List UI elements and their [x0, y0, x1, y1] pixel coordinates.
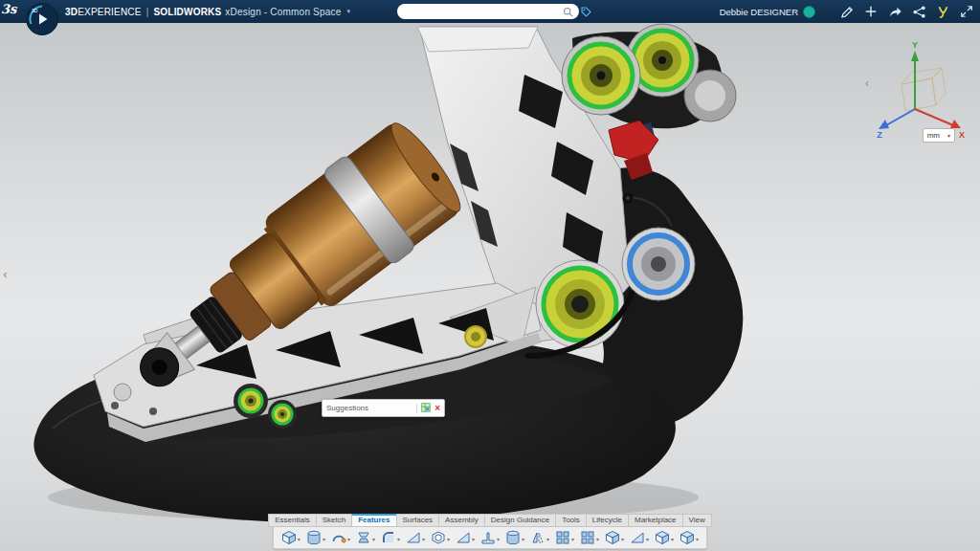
- swym-community-icon[interactable]: [935, 4, 950, 19]
- suggestions-icon[interactable]: [421, 403, 431, 414]
- tag-icon[interactable]: [578, 4, 593, 19]
- chevron-down-icon[interactable]: ▾: [422, 536, 425, 545]
- svg-text:3D: 3D: [32, 8, 38, 13]
- prosthetic-foot-model[interactable]: [0, 23, 980, 551]
- search-icon[interactable]: [563, 7, 573, 17]
- chevron-down-icon[interactable]: ▾: [298, 536, 301, 545]
- chevron-down-icon[interactable]: ▾: [546, 536, 549, 545]
- axis-x-label: X: [959, 130, 965, 140]
- tab-design-guidance[interactable]: Design Guidance: [484, 514, 555, 527]
- tool-delete-face[interactable]: ▾: [678, 529, 701, 546]
- units-value: mm: [927, 131, 940, 140]
- chevron-down-icon[interactable]: ▾: [596, 536, 599, 545]
- tool-move-face[interactable]: ▾: [653, 529, 676, 546]
- brand-bold: 3D: [65, 7, 78, 17]
- chevron-down-icon[interactable]: ▾: [447, 536, 450, 545]
- chevron-down-icon[interactable]: ▾: [621, 536, 624, 545]
- tool-loft[interactable]: ▾: [354, 529, 377, 546]
- suggestions-popup[interactable]: Suggestions ×: [322, 399, 445, 417]
- pulley-top-left[interactable]: [562, 36, 640, 115]
- chamfer-icon: [406, 530, 421, 545]
- hole-icon: [505, 530, 521, 545]
- panel-collapse-chevron[interactable]: ‹: [0, 264, 11, 283]
- title-separator: |: [146, 7, 149, 17]
- user-area[interactable]: Debbie DESIGNER: [720, 0, 815, 23]
- workspace-name[interactable]: xDesign - Common Space: [225, 7, 341, 17]
- tool-extrude[interactable]: ▾: [279, 529, 302, 546]
- tab-features[interactable]: Features: [351, 514, 395, 527]
- search-bar[interactable]: [397, 4, 579, 19]
- tab-assembly[interactable]: Assembly: [438, 514, 484, 527]
- workspace-chevron-icon[interactable]: ▾: [346, 8, 350, 15]
- units-dropdown[interactable]: mm ▾: [923, 128, 955, 143]
- tool-fillet[interactable]: ▾: [379, 529, 402, 546]
- tab-tools[interactable]: Tools: [555, 514, 586, 527]
- tool-draft[interactable]: ▾: [454, 529, 477, 546]
- chevron-down-icon[interactable]: ▾: [472, 536, 475, 545]
- chevron-down-icon[interactable]: ▾: [397, 536, 400, 545]
- divider: [416, 404, 417, 413]
- tool-mirror[interactable]: ▾: [528, 529, 551, 546]
- chevron-down-icon[interactable]: ▾: [571, 536, 574, 545]
- tab-lifecycle[interactable]: Lifecycle: [586, 514, 628, 527]
- tool-linear-pattern[interactable]: ▾: [553, 529, 576, 546]
- ghost-box: [902, 68, 946, 111]
- chevron-down-icon[interactable]: ▾: [372, 536, 375, 545]
- fastener-highlight-yellow[interactable]: [465, 326, 486, 347]
- ribbon-toolbar: ▾▾▾▾▾▾▾▾▾▾▾▾▾▾▾▾▾: [273, 526, 707, 549]
- bolt-green-2[interactable]: [268, 400, 297, 429]
- bolt-green-1[interactable]: [234, 384, 268, 418]
- tool-sweep[interactable]: ▾: [329, 529, 352, 546]
- fullscreen-icon[interactable]: [959, 4, 974, 19]
- chevron-down-icon[interactable]: ▾: [522, 536, 524, 545]
- sweep-icon: [331, 530, 346, 545]
- viewport-3d[interactable]: ‹ Y X Z ‹ mm ▾ Suggestions: [0, 23, 980, 551]
- dassault-3ds-logo: 3s: [1, 2, 22, 21]
- tab-essentials[interactable]: Essentials: [268, 514, 315, 527]
- product-name: SOLIDWORKS: [153, 7, 221, 17]
- tool-circular-pattern[interactable]: ▾: [578, 529, 601, 546]
- suggestions-close-button[interactable]: ×: [434, 404, 440, 413]
- compass-logo[interactable]: 3D: [25, 2, 59, 36]
- add-icon[interactable]: [863, 4, 879, 19]
- draft-icon: [456, 530, 471, 545]
- bearing-green[interactable]: [536, 260, 624, 348]
- tool-rib[interactable]: ▾: [479, 529, 501, 546]
- chevron-down-icon[interactable]: ▾: [646, 536, 649, 545]
- tool-combine[interactable]: ▾: [603, 529, 626, 546]
- pen-message-icon[interactable]: [839, 4, 855, 19]
- chevron-down-icon[interactable]: ▾: [671, 536, 674, 545]
- axis-y-label: Y: [912, 40, 918, 50]
- tab-sketch[interactable]: Sketch: [316, 514, 351, 527]
- linear-pattern-icon: [555, 530, 570, 545]
- tool-chamfer[interactable]: ▾: [404, 529, 427, 546]
- user-name[interactable]: Debbie DESIGNER: [720, 7, 798, 17]
- tab-surfaces[interactable]: Surfaces: [396, 514, 439, 527]
- bearing-blue[interactable]: [622, 228, 695, 300]
- chevron-down-icon[interactable]: ▾: [347, 536, 350, 545]
- ribbon-tabs: EssentialsSketchFeaturesSurfacesAssembly…: [268, 514, 712, 527]
- rib-icon: [480, 530, 496, 545]
- chevron-down-icon[interactable]: ▾: [323, 536, 325, 545]
- chevron-down-icon[interactable]: ▾: [497, 536, 500, 545]
- circular-pattern-icon: [580, 530, 595, 545]
- tab-view[interactable]: View: [682, 514, 712, 527]
- axis-z-label: Z: [877, 130, 882, 140]
- split-icon: [630, 530, 645, 545]
- rotate-view-left-chevron[interactable]: ‹: [865, 77, 869, 90]
- tool-split[interactable]: ▾: [628, 529, 651, 546]
- extrude-icon: [281, 530, 297, 545]
- app-title: 3DEXPERIENCE | SOLIDWORKS xDesign - Comm…: [65, 0, 350, 23]
- share-network-icon[interactable]: [911, 4, 926, 19]
- revolve-icon: [306, 530, 322, 545]
- tab-marketplace[interactable]: Marketplace: [628, 514, 682, 527]
- tool-revolve[interactable]: ▾: [304, 529, 327, 546]
- user-status-badge: [803, 6, 815, 18]
- search-input[interactable]: [403, 6, 559, 17]
- tool-shell[interactable]: ▾: [429, 529, 452, 546]
- chevron-down-icon[interactable]: ▾: [696, 536, 699, 545]
- topbar-icons: [839, 0, 974, 23]
- share-arrow-icon[interactable]: [887, 4, 902, 19]
- suggestions-label: Suggestions: [326, 404, 368, 412]
- tool-hole[interactable]: ▾: [503, 529, 526, 546]
